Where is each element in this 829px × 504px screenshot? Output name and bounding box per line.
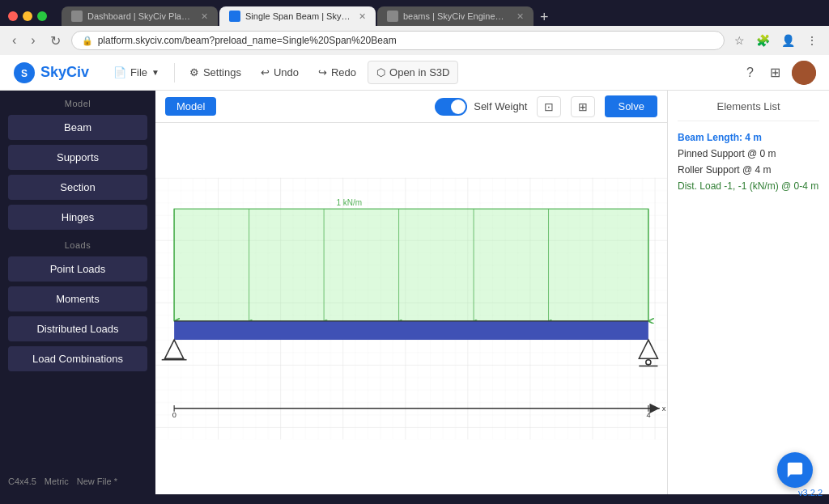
section-button[interactable]: Section [8,175,147,200]
distributed-loads-button[interactable]: Distributed Loads [8,316,147,341]
browser-window-controls [8,11,47,21]
open-s3d-label: Open in S3D [389,66,449,78]
open-s3d-button[interactable]: ⬡ Open in S3D [368,61,458,84]
forward-button[interactable]: › [27,32,39,49]
settings-button[interactable]: ⚙ Settings [181,61,249,83]
model-tab[interactable]: Model [165,97,216,116]
browser-tab-1[interactable]: Dashboard | SkyCiv Platform ✕ [62,6,218,26]
toolbar-right: ? ⊞ [742,60,816,85]
undo-label: Undo [274,66,299,78]
grid-apps-button[interactable]: ⊞ [765,60,785,85]
solve-button[interactable]: Solve [605,95,657,117]
app-toolbar: S SkyCiv 📄 File ▼ ⚙ Settings ↩ Undo ↪ Re… [0,55,829,91]
beam-body [174,321,648,340]
user-avatar-img [792,61,816,85]
tab-close-2[interactable]: ✕ [359,11,366,22]
elements-panel-title: Elements List [678,100,819,121]
undo-button[interactable]: ↩ Undo [253,61,307,83]
grid-toggle-button[interactable]: ⊞ [571,96,595,117]
distributed-load-label: 1 kN/m [337,198,363,207]
loads-section-header: Loads [0,232,155,254]
toolbar-separator-1 [174,63,175,83]
self-weight-toggle[interactable] [435,98,467,116]
elements-list-item-3: Dist. Load -1, -1 (kN/m) @ 0-4 m [678,178,819,194]
minimize-window-button[interactable] [23,11,32,21]
file-dropdown-icon: ▼ [151,68,159,77]
tab-favicon-1 [71,11,83,22]
sidebar-footer: C4x4.5 Metric New File * [0,468,155,494]
browser-chrome: Dashboard | SkyCiv Platform ✕ Single Spa… [0,0,829,55]
settings-icon: ⚙ [189,66,199,78]
main-layout: Model Beam Supports Section Hinges Loads… [0,91,829,494]
tab-label-1: Dashboard | SkyCiv Platform [87,11,193,21]
x-label-0: 0 [172,411,176,419]
redo-icon: ↪ [318,66,327,78]
maximize-window-button[interactable] [37,11,47,21]
bookmark-star-icon[interactable]: ☆ [731,31,748,50]
app-logo: S SkyCiv [13,61,89,84]
file-menu-button[interactable]: 📄 File ▼ [105,61,168,83]
load-combinations-button[interactable]: Load Combinations [8,346,147,371]
hinges-button[interactable]: Hinges [8,205,147,230]
extension-icon[interactable]: 🧩 [753,31,773,50]
lock-icon: 🔒 [82,36,93,46]
address-text: platform.skyciv.com/beam?preload_name=Si… [98,35,714,46]
elements-panel: Elements List Beam Length: 4 m Pinned Su… [667,91,829,494]
tab-close-3[interactable]: ✕ [517,11,524,22]
browser-tab-2[interactable]: Single Span Beam | SkyCiv ✕ [219,6,376,26]
self-weight-toggle-group: Self Weight [435,98,527,116]
beam-diagram-svg: 1 kN/m [155,123,667,494]
distributed-load-area [174,209,648,321]
menu-icon[interactable]: ⋮ [803,31,821,50]
back-button[interactable]: ‹ [8,32,20,49]
viewport-toolbar: Model Self Weight ⊡ ⊞ Solve [155,91,667,123]
user-avatar[interactable] [792,61,816,85]
tab-close-1[interactable]: ✕ [201,11,208,22]
point-loads-button[interactable]: Point Loads [8,256,147,282]
new-file-label: New File * [77,476,117,486]
viewport-area: Model Self Weight ⊡ ⊞ Solve [155,91,667,494]
browser-titlebar: Dashboard | SkyCiv Platform ✕ Single Spa… [0,0,829,26]
reload-button[interactable]: ↻ [46,32,65,50]
skyciv-logo-icon: S [13,61,36,84]
tab-favicon-2 [229,11,240,22]
unit-system-label: Metric [45,476,69,486]
supports-button[interactable]: Supports [8,145,147,170]
model-section-header: Model [0,91,155,112]
file-icon: 📄 [113,66,126,78]
canvas-area[interactable]: 1 kN/m [155,123,667,494]
tab-label-3: beams | SkyCiv Engineering [403,11,508,21]
self-weight-label: Self Weight [474,100,527,112]
help-button[interactable]: ? [742,61,759,85]
tab-favicon-3 [387,11,398,22]
svg-text:S: S [21,68,28,79]
sidebar: Model Beam Supports Section Hinges Loads… [0,91,155,494]
nav-right-icons: ☆ 🧩 👤 ⋮ [731,31,821,50]
settings-label: Settings [203,66,241,78]
close-window-button[interactable] [8,11,18,21]
profile-icon[interactable]: 👤 [778,31,798,50]
elements-list-item-1: Pinned Support @ 0 m [678,146,819,162]
new-tab-button[interactable]: + [535,9,554,26]
s3d-icon: ⬡ [376,66,385,78]
zoom-fit-button[interactable]: ⊡ [537,96,561,117]
browser-tabs: Dashboard | SkyCiv Platform ✕ Single Spa… [62,6,821,26]
file-label: File [130,66,147,78]
redo-button[interactable]: ↪ Redo [310,61,364,83]
x-axis-label: x (m) [662,404,667,413]
section-size-label: C4x4.5 [8,476,36,486]
browser-tab-3[interactable]: beams | SkyCiv Engineering ✕ [377,6,534,26]
tab-label-2: Single Span Beam | SkyCiv [245,11,351,21]
chat-icon [786,461,804,479]
address-bar[interactable]: 🔒 platform.skyciv.com/beam?preload_name=… [71,31,725,50]
toggle-slider [435,98,467,116]
undo-icon: ↩ [261,66,270,78]
beam-button[interactable]: Beam [8,115,147,140]
browser-navbar: ‹ › ↻ 🔒 platform.skyciv.com/beam?preload… [0,26,829,55]
app-logo-text: SkyCiv [40,64,89,81]
moments-button[interactable]: Moments [8,286,147,311]
elements-list-item-2: Roller Support @ 4 m [678,162,819,178]
chat-bubble-button[interactable] [777,452,813,488]
x-label-4: 4 [647,411,651,419]
redo-label: Redo [331,66,356,78]
